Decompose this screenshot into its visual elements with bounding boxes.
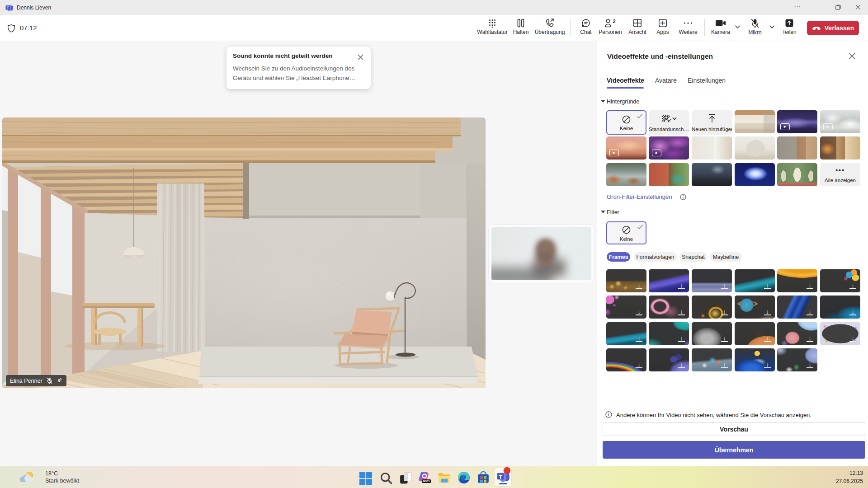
svg-text:2: 2	[613, 19, 616, 24]
svg-text:M365: M365	[423, 480, 430, 483]
